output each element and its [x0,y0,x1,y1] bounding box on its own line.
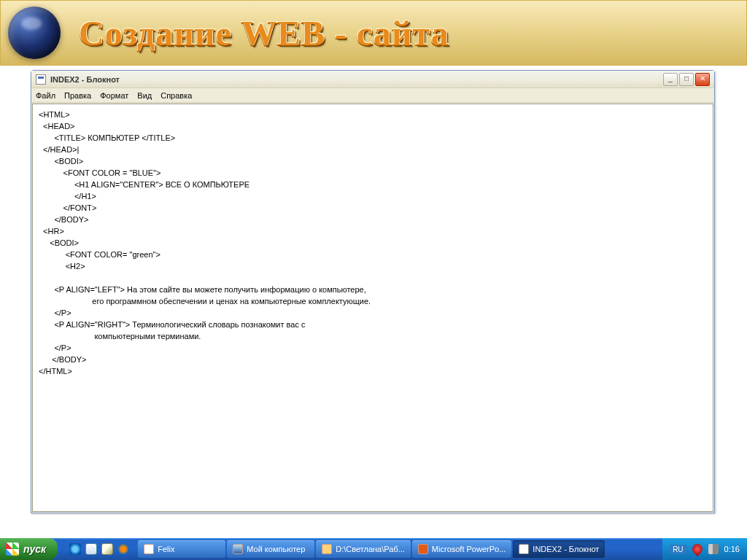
task-label: D:\Светлана\Раб... [336,545,405,553]
start-button[interactable]: пуск [0,538,58,560]
task-label: Felix [158,545,174,553]
taskbar-item-felix[interactable]: Felix [138,540,225,558]
start-label: пуск [23,543,46,555]
taskbar-item-powerpoint[interactable]: Microsoft PowerPo... [412,540,511,558]
volume-icon[interactable] [708,544,719,554]
notepad-taskbar-icon [519,544,529,554]
task-label: INDEX2 - Блокнот [533,545,599,553]
menu-bar: Файл Правка Формат Вид Справка [31,88,714,103]
folder-icon [322,544,332,554]
mycomputer-icon [233,544,243,554]
felix-icon [144,544,154,554]
taskbar-item-mycomputer[interactable]: Мой компьютер [227,540,314,558]
text-editor-area[interactable]: <HTML> <HEAD> <TITLE> КОМПЬЮТЕР </TITLE>… [32,104,713,512]
task-label: Мой компьютер [247,545,305,553]
notepad-icon [36,74,46,85]
media-player-icon[interactable] [117,543,129,555]
window-titlebar[interactable]: INDEX2 - Блокнот _ □ ✕ [31,71,714,88]
menu-format[interactable]: Формат [100,91,128,100]
system-tray: RU 0:16 [662,538,747,560]
language-indicator[interactable]: RU [670,545,686,554]
windows-logo-icon [6,542,19,556]
task-label: Microsoft PowerPo... [432,545,506,553]
taskbar-item-folder[interactable]: D:\Светлана\Раб... [316,540,411,558]
clock[interactable]: 0:16 [724,545,740,553]
menu-help[interactable]: Справка [160,91,192,100]
notepad-window: INDEX2 - Блокнот _ □ ✕ Файл Правка Форма… [31,70,715,513]
presentation-banner: Создание WEB - сайта [0,0,747,66]
security-icon[interactable] [690,542,705,556]
maximize-button[interactable]: □ [679,73,694,86]
menu-view[interactable]: Вид [137,91,152,100]
window-controls: _ □ ✕ [663,73,710,86]
powerpoint-icon [418,544,428,554]
menu-edit[interactable]: Правка [64,91,91,100]
ie-icon[interactable] [69,543,81,555]
show-desktop-icon[interactable] [101,543,113,555]
quick-launch [63,538,135,560]
menu-file[interactable]: Файл [36,91,55,100]
window-title-text: INDEX2 - Блокнот [50,75,663,84]
banner-title: Создание WEB - сайта [79,13,449,53]
close-button[interactable]: ✕ [695,73,710,86]
mail-icon[interactable] [85,543,97,555]
taskbar: пуск Felix Мой компьютер D:\Светлана\Раб… [0,538,747,560]
taskbar-item-notepad[interactable]: INDEX2 - Блокнот [513,540,605,558]
taskbar-items: Felix Мой компьютер D:\Светлана\Раб... M… [135,538,662,560]
globe-icon [8,7,61,59]
minimize-button[interactable]: _ [663,73,678,86]
